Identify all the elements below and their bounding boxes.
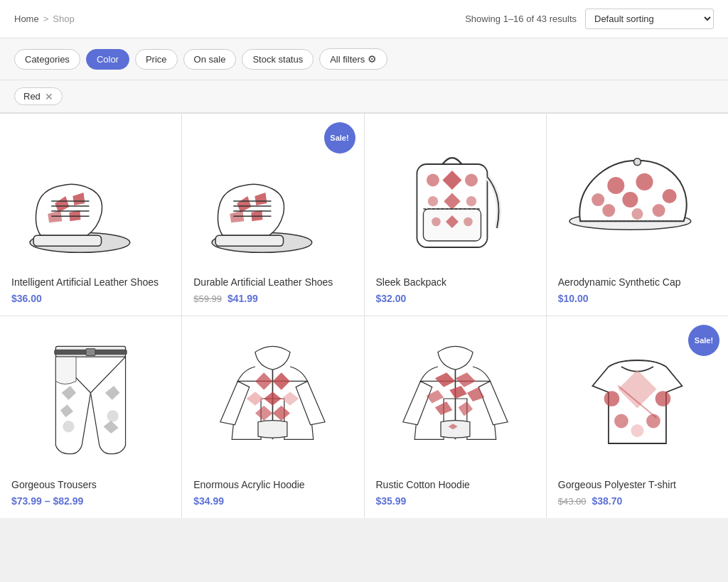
price-original-2: $59.99 [193,293,222,304]
svg-point-36 [592,193,604,206]
svg-point-70 [604,391,620,406]
product-card-1[interactable]: Intelligent Artificial Leather Shoes $36… [0,114,181,316]
breadcrumb-separator: > [43,14,49,24]
svg-point-37 [622,192,638,208]
product-name-4: Aerodynamic Synthetic Cap [558,276,717,289]
svg-point-72 [614,414,628,429]
filter-all-filters[interactable]: All filters ⚙ [319,48,387,70]
breadcrumb-home[interactable]: Home [14,14,39,24]
product-price-7: $35.99 [376,495,535,507]
filter-on-sale[interactable]: On sale [183,49,237,70]
product-card-2[interactable]: Sale! [182,114,363,316]
product-name-8: Gorgeous Polyester T-shirt [558,478,717,491]
svg-point-35 [663,189,677,203]
active-tag-label: Red [23,91,41,102]
svg-point-39 [602,204,615,217]
product-card-3[interactable]: Sleek Backpack $32.00 [365,114,546,316]
product-price-6: $34.99 [193,495,352,507]
product-card-6[interactable]: Enormous Acrylic Hoodie $34.99 [182,316,363,518]
svg-point-34 [636,173,653,190]
svg-rect-45 [86,349,95,356]
product-card-4[interactable]: Aerodynamic Synthetic Cap $10.00 [547,114,728,316]
product-image-3 [376,125,535,267]
svg-point-23 [427,174,439,187]
breadcrumb-current: Shop [53,14,74,24]
filter-color[interactable]: Color [86,49,129,70]
svg-point-71 [655,391,671,406]
svg-point-27 [466,196,476,206]
price-current-8: $38.70 [592,495,623,507]
filter-price[interactable]: Price [135,49,178,70]
price-original-8: $43.00 [558,496,587,507]
product-name-2: Durable Artificial Leather Shoes [193,276,352,289]
svg-point-26 [427,196,437,206]
price-current-4: $10.00 [558,293,589,304]
product-card-8[interactable]: Sale! Go [547,316,728,518]
product-image-6 [193,328,352,470]
product-card-7[interactable]: Rustic Cotton Hoodie $35.99 [365,316,546,518]
page-wrapper: Home > Shop Showing 1–16 of 43 results D… [0,0,728,518]
price-range-5: $73.99 – $82.99 [11,495,83,507]
product-price-2: $59.99 $41.99 [193,293,352,304]
product-price-3: $32.00 [376,293,535,304]
svg-point-38 [652,204,665,217]
svg-point-42 [633,158,641,166]
product-name-3: Sleek Backpack [376,276,535,289]
svg-point-33 [607,177,624,194]
product-image-7 [376,328,535,470]
product-name-6: Enormous Acrylic Hoodie [193,478,352,491]
top-right: Showing 1–16 of 43 results Default sorti… [465,9,714,29]
svg-rect-19 [215,235,283,246]
filter-categories[interactable]: Categories [14,49,80,70]
price-current-7: $35.99 [376,495,407,507]
svg-point-74 [631,424,643,437]
product-price-8: $43.00 $38.70 [558,495,717,507]
remove-tag-red[interactable]: ✕ [45,92,53,102]
product-image-1 [11,125,170,267]
product-name-7: Rustic Cotton Hoodie [376,478,535,491]
svg-point-40 [631,208,643,220]
product-image-4 [558,125,717,267]
product-price-4: $10.00 [558,293,717,304]
svg-rect-9 [33,235,101,246]
active-tag-red: Red ✕ [14,87,63,105]
product-name-1: Intelligent Artificial Leather Shoes [11,276,170,289]
product-image-5 [11,328,170,470]
price-current-2: $41.99 [228,293,258,304]
svg-point-48 [63,421,74,432]
svg-point-30 [464,217,473,227]
product-price-5: $73.99 – $82.99 [11,495,170,507]
svg-point-28 [432,217,441,227]
filter-stock-status[interactable]: Stock status [242,49,314,70]
svg-point-50 [107,411,119,422]
product-grid: Intelligent Artificial Leather Shoes $36… [0,113,728,518]
filter-settings-icon: ⚙ [368,53,377,65]
price-current-6: $34.99 [193,495,224,507]
active-filters: Red ✕ [0,80,728,113]
sale-badge-2: Sale! [324,122,355,153]
price-current-1: $36.00 [11,293,42,304]
product-card-5[interactable]: Gorgeous Trousers $73.99 – $82.99 [0,316,181,518]
sale-badge-8: Sale! [688,325,719,356]
sort-select[interactable]: Default sorting Sort by popularity Sort … [585,9,714,29]
price-current-3: $32.00 [376,293,407,304]
top-bar: Home > Shop Showing 1–16 of 43 results D… [0,0,728,38]
product-price-1: $36.00 [11,293,170,304]
results-text: Showing 1–16 of 43 results [465,14,577,24]
all-filters-label: All filters [330,54,365,65]
filter-bar: Categories Color Price On sale Stock sta… [0,38,728,80]
svg-point-73 [646,414,660,429]
breadcrumb: Home > Shop [14,14,75,24]
svg-point-24 [465,174,478,187]
product-name-5: Gorgeous Trousers [11,478,170,491]
